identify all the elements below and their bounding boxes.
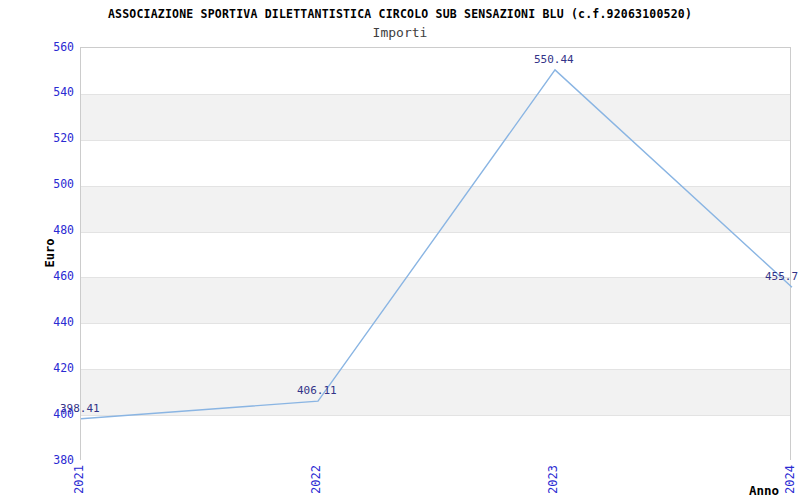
data-line-svg	[81, 48, 792, 461]
chart-title: ASSOCIAZIONE SPORTIVA DILETTANTISTICA CI…	[0, 7, 800, 21]
data-line	[81, 70, 792, 419]
chart-subtitle: Importi	[0, 25, 800, 40]
y-tick-label: 420	[0, 362, 74, 375]
x-tick-label: 2021	[72, 465, 86, 494]
x-axis-label: Anno	[749, 483, 779, 498]
x-tick-label: 2023	[546, 465, 560, 494]
y-tick-label: 560	[0, 41, 74, 54]
y-tick-label: 540	[0, 86, 74, 99]
y-tick-label: 500	[0, 178, 74, 191]
point-label: 406.11	[297, 385, 337, 397]
y-tick-label: 440	[0, 316, 74, 329]
importi-line-chart: ASSOCIAZIONE SPORTIVA DILETTANTISTICA CI…	[0, 0, 800, 500]
y-tick-label: 380	[0, 454, 74, 467]
x-tick-label: 2022	[309, 465, 323, 494]
plot-area	[80, 47, 791, 460]
y-tick-label: 400	[0, 408, 74, 421]
y-axis-label: Euro	[43, 239, 57, 268]
y-tick-label: 460	[0, 270, 74, 283]
y-tick-label: 520	[0, 132, 74, 145]
point-label: 455.7	[765, 271, 798, 283]
point-label: 550.44	[534, 54, 574, 66]
x-tick-label: 2024	[783, 465, 797, 494]
y-tick-label: 480	[0, 224, 74, 237]
